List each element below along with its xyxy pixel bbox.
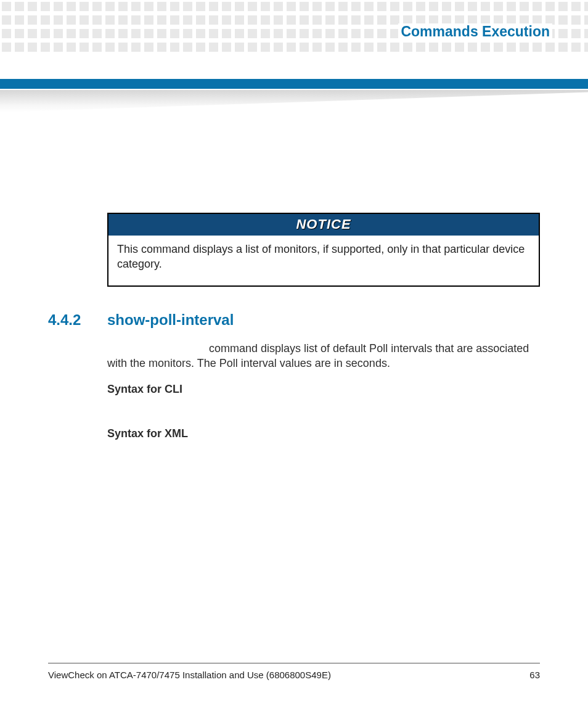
page-footer: ViewCheck on ATCA-7470/7475 Installation… (48, 663, 540, 680)
header-title-wrap: Commands Execution (398, 23, 552, 40)
notice-body: This command displays a list of monitors… (108, 236, 539, 285)
footer-page-number: 63 (529, 670, 540, 680)
notice-label: NOTICE (296, 216, 351, 232)
header-blue-bar (0, 79, 588, 89)
section-paragraph: command displays list of default Poll in… (107, 341, 540, 371)
footer-rule (48, 663, 540, 663)
page-content: NOTICE This command displays a list of m… (48, 213, 540, 441)
footer-doc-title: ViewCheck on ATCA-7470/7475 Installation… (48, 670, 331, 680)
section-paragraph-text: command displays list of default Poll in… (107, 342, 529, 369)
chapter-title: Commands Execution (401, 23, 550, 39)
section-body: command displays list of default Poll in… (107, 341, 540, 441)
syntax-cli-heading: Syntax for CLI (107, 382, 540, 396)
section-number: 4.4.2 (48, 311, 89, 329)
header-wedge (0, 90, 588, 112)
section-4-4-2: 4.4.2 show-poll-interval command display… (48, 311, 540, 441)
section-title: show-poll-interval (107, 311, 234, 329)
notice-header: NOTICE (108, 214, 539, 236)
syntax-xml-heading: Syntax for XML (107, 426, 540, 441)
notice-box: NOTICE This command displays a list of m… (107, 213, 540, 287)
